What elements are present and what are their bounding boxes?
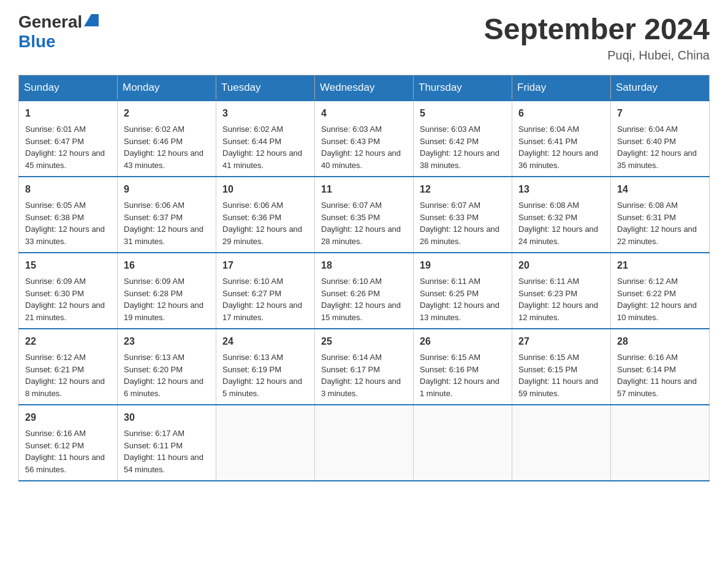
daylight-text: Daylight: 12 hours and 28 minutes.	[321, 224, 401, 246]
sunset-text: Sunset: 6:25 PM	[420, 289, 479, 298]
sunset-text: Sunset: 6:47 PM	[25, 137, 84, 146]
daylight-text: Daylight: 12 hours and 26 minutes.	[420, 224, 499, 246]
day-number: 18	[321, 258, 407, 273]
sunrise-text: Sunrise: 6:02 AM	[124, 124, 184, 134]
day-number: 19	[420, 258, 506, 273]
sunrise-text: Sunrise: 6:04 AM	[617, 124, 678, 134]
calendar-day-cell: 21Sunrise: 6:12 AMSunset: 6:22 PMDayligh…	[611, 253, 710, 329]
sunset-text: Sunset: 6:46 PM	[124, 137, 183, 146]
daylight-text: Daylight: 12 hours and 22 minutes.	[617, 224, 697, 246]
calendar-day-cell: 19Sunrise: 6:11 AMSunset: 6:25 PMDayligh…	[414, 253, 512, 329]
daylight-text: Daylight: 12 hours and 3 minutes.	[321, 377, 401, 398]
day-number: 20	[518, 258, 604, 273]
day-number: 8	[25, 182, 111, 197]
sunrise-text: Sunrise: 6:10 AM	[321, 277, 382, 286]
sunset-text: Sunset: 6:12 PM	[25, 441, 84, 450]
day-number: 1	[25, 106, 111, 121]
sunrise-text: Sunrise: 6:13 AM	[222, 353, 283, 362]
day-number: 15	[25, 258, 111, 273]
calendar-day-cell: 5Sunrise: 6:03 AMSunset: 6:42 PMDaylight…	[414, 101, 512, 177]
calendar-day-cell: 12Sunrise: 6:07 AMSunset: 6:33 PMDayligh…	[414, 177, 512, 253]
sunset-text: Sunset: 6:19 PM	[222, 365, 281, 374]
calendar-day-cell: 28Sunrise: 6:16 AMSunset: 6:14 PMDayligh…	[611, 329, 710, 405]
daylight-text: Daylight: 12 hours and 1 minute.	[420, 377, 499, 398]
sunset-text: Sunset: 6:28 PM	[124, 289, 183, 298]
calendar-day-cell: 22Sunrise: 6:12 AMSunset: 6:21 PMDayligh…	[19, 329, 118, 405]
day-number: 28	[617, 334, 703, 349]
calendar-day-cell: 18Sunrise: 6:10 AMSunset: 6:26 PMDayligh…	[315, 253, 414, 329]
sunrise-text: Sunrise: 6:14 AM	[321, 353, 382, 362]
calendar-day-cell: 25Sunrise: 6:14 AMSunset: 6:17 PMDayligh…	[315, 329, 414, 405]
sunrise-text: Sunrise: 6:01 AM	[25, 124, 86, 134]
calendar-day-cell: 11Sunrise: 6:07 AMSunset: 6:35 PMDayligh…	[315, 177, 414, 253]
calendar-day-cell: 9Sunrise: 6:06 AMSunset: 6:37 PMDaylight…	[118, 177, 216, 253]
sunrise-text: Sunrise: 6:06 AM	[124, 201, 184, 210]
calendar-weekday-tuesday: Tuesday	[216, 75, 315, 101]
day-number: 5	[420, 106, 506, 121]
sunset-text: Sunset: 6:21 PM	[25, 365, 84, 374]
sunset-text: Sunset: 6:27 PM	[222, 289, 281, 298]
sunset-text: Sunset: 6:38 PM	[25, 213, 84, 222]
daylight-text: Daylight: 12 hours and 33 minutes.	[25, 224, 105, 246]
daylight-text: Daylight: 12 hours and 36 minutes.	[518, 148, 598, 170]
sunset-text: Sunset: 6:14 PM	[617, 365, 676, 374]
sunrise-text: Sunrise: 6:02 AM	[222, 124, 283, 134]
calendar-day-cell: 7Sunrise: 6:04 AMSunset: 6:40 PMDaylight…	[611, 101, 710, 177]
sunrise-text: Sunrise: 6:04 AM	[518, 124, 579, 134]
day-number: 7	[617, 106, 703, 121]
calendar-day-cell: 26Sunrise: 6:15 AMSunset: 6:16 PMDayligh…	[414, 329, 512, 405]
sunset-text: Sunset: 6:40 PM	[617, 137, 676, 146]
calendar-day-cell	[611, 405, 710, 481]
daylight-text: Daylight: 12 hours and 45 minutes.	[25, 148, 105, 170]
sunrise-text: Sunrise: 6:16 AM	[617, 353, 678, 362]
day-number: 11	[321, 182, 407, 197]
day-number: 29	[25, 410, 111, 425]
day-number: 3	[222, 106, 308, 121]
daylight-text: Daylight: 12 hours and 17 minutes.	[222, 301, 302, 322]
sunset-text: Sunset: 6:31 PM	[617, 213, 676, 222]
sunrise-text: Sunrise: 6:11 AM	[518, 277, 579, 286]
logo-blue-text: Blue	[18, 32, 56, 51]
sunset-text: Sunset: 6:17 PM	[321, 365, 380, 374]
logo-general-text: General	[18, 12, 82, 32]
calendar-day-cell: 23Sunrise: 6:13 AMSunset: 6:20 PMDayligh…	[118, 329, 216, 405]
sunset-text: Sunset: 6:43 PM	[321, 137, 380, 146]
calendar-weekday-sunday: Sunday	[19, 75, 118, 101]
calendar-day-cell: 15Sunrise: 6:09 AMSunset: 6:30 PMDayligh…	[19, 253, 118, 329]
calendar-day-cell: 10Sunrise: 6:06 AMSunset: 6:36 PMDayligh…	[216, 177, 315, 253]
title-section: September 2024 Puqi, Hubei, China	[484, 12, 710, 63]
page-header: General Blue September 2024 Puqi, Hubei,…	[18, 12, 710, 63]
daylight-text: Daylight: 12 hours and 43 minutes.	[124, 148, 203, 170]
daylight-text: Daylight: 11 hours and 54 minutes.	[124, 453, 203, 474]
sunrise-text: Sunrise: 6:08 AM	[518, 201, 579, 210]
page-subtitle: Puqi, Hubei, China	[484, 48, 710, 63]
daylight-text: Daylight: 11 hours and 56 minutes.	[25, 453, 105, 474]
sunrise-text: Sunrise: 6:08 AM	[617, 201, 678, 210]
calendar-day-cell: 1Sunrise: 6:01 AMSunset: 6:47 PMDaylight…	[19, 101, 118, 177]
sunset-text: Sunset: 6:35 PM	[321, 213, 380, 222]
day-number: 23	[124, 334, 210, 349]
daylight-text: Daylight: 12 hours and 6 minutes.	[124, 377, 203, 398]
daylight-text: Daylight: 12 hours and 24 minutes.	[518, 224, 598, 246]
sunrise-text: Sunrise: 6:05 AM	[25, 201, 86, 210]
daylight-text: Daylight: 12 hours and 10 minutes.	[617, 301, 697, 322]
calendar-day-cell: 20Sunrise: 6:11 AMSunset: 6:23 PMDayligh…	[512, 253, 611, 329]
day-number: 10	[222, 182, 308, 197]
calendar-week-row: 1Sunrise: 6:01 AMSunset: 6:47 PMDaylight…	[19, 101, 710, 177]
calendar-day-cell: 24Sunrise: 6:13 AMSunset: 6:19 PMDayligh…	[216, 329, 315, 405]
day-number: 22	[25, 334, 111, 349]
day-number: 16	[124, 258, 210, 273]
sunrise-text: Sunrise: 6:03 AM	[321, 124, 382, 134]
sunrise-text: Sunrise: 6:07 AM	[420, 201, 480, 210]
daylight-text: Daylight: 12 hours and 19 minutes.	[124, 301, 203, 322]
day-number: 27	[518, 334, 604, 349]
daylight-text: Daylight: 12 hours and 13 minutes.	[420, 301, 499, 322]
day-number: 6	[518, 106, 604, 121]
calendar-day-cell	[216, 405, 315, 481]
sunset-text: Sunset: 6:20 PM	[124, 365, 183, 374]
sunrise-text: Sunrise: 6:03 AM	[420, 124, 480, 134]
sunrise-text: Sunrise: 6:07 AM	[321, 201, 382, 210]
calendar-week-row: 8Sunrise: 6:05 AMSunset: 6:38 PMDaylight…	[19, 177, 710, 253]
day-number: 12	[420, 182, 506, 197]
calendar-weekday-friday: Friday	[512, 75, 611, 101]
